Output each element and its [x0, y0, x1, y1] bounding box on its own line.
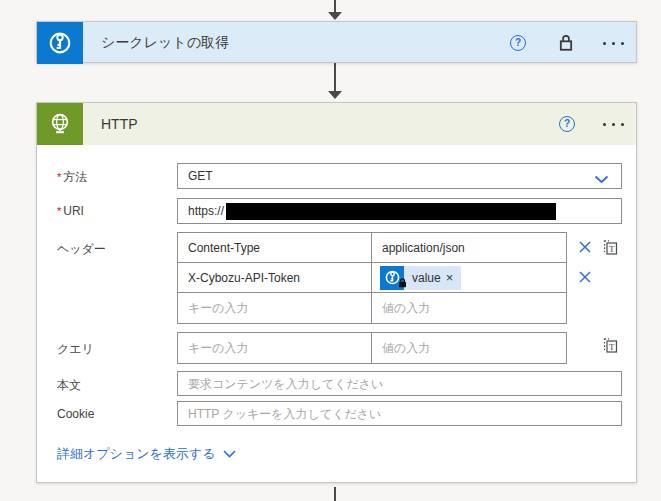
connector-arrowhead-top [328, 12, 342, 20]
connector-arrowhead-mid [328, 91, 342, 99]
header-row [178, 233, 566, 263]
header-key-input[interactable] [178, 293, 371, 323]
flow-designer-canvas: シークレットの取得 ? HTTP [0, 0, 661, 501]
connector-line-top [334, 0, 336, 12]
http-card-title: HTTP [101, 103, 138, 145]
method-field-label: *方法 [57, 169, 87, 186]
header-key-input[interactable] [178, 263, 371, 292]
header-row: value × [178, 263, 566, 293]
help-icon[interactable]: ? [510, 35, 526, 51]
ellipsis-menu-icon[interactable] [603, 42, 624, 45]
uri-value: https:// [188, 204, 224, 218]
header-key-cell [178, 293, 372, 323]
uri-input[interactable]: https:// [177, 198, 622, 224]
lock-icon [558, 34, 574, 56]
query-text-mode-icon[interactable]: T [602, 337, 618, 353]
query-table [177, 332, 567, 364]
header-key-input[interactable] [178, 233, 371, 262]
chevron-down-icon [594, 173, 609, 187]
headers-field-label: ヘッダー [57, 241, 106, 258]
redaction-bar [226, 203, 556, 220]
body-field-label: 本文 [57, 377, 81, 394]
header-value-input[interactable] [372, 293, 566, 323]
headers-table: value × [177, 232, 567, 324]
header-row-empty [178, 293, 566, 323]
action-card-get-secret[interactable]: シークレットの取得 ? [36, 21, 637, 63]
connector-line-mid [334, 63, 336, 91]
query-value-input[interactable] [372, 333, 566, 363]
body-input[interactable] [177, 371, 622, 396]
required-marker: * [57, 171, 61, 183]
secret-token-pill[interactable]: value × [380, 266, 461, 290]
secret-card-title: シークレットの取得 [101, 22, 229, 64]
delete-header-row-icon[interactable] [578, 240, 592, 254]
query-field-label: クエリ [57, 341, 94, 358]
action-card-http: HTTP ? *方法 GET *URI https:// ヘッダー [36, 102, 637, 483]
header-key-cell [178, 263, 372, 292]
headers-text-mode-icon[interactable]: T [602, 239, 618, 255]
chevron-down-icon [223, 450, 236, 458]
cookie-field-label: Cookie [57, 407, 94, 421]
uri-field-label: *URI [57, 204, 84, 218]
required-marker: * [57, 205, 61, 217]
key-vault-icon [37, 22, 83, 64]
header-value-cell [372, 293, 566, 323]
http-globe-icon [37, 103, 83, 145]
header-value-cell [372, 233, 566, 262]
svg-text:T: T [609, 244, 615, 254]
query-row-empty [178, 333, 566, 363]
header-value-cell: value × [372, 263, 566, 292]
key-vault-token-icon [380, 266, 404, 290]
method-dropdown[interactable]: GET [177, 163, 622, 189]
method-dropdown-value: GET [188, 169, 213, 183]
advanced-link-label: 詳細オプションを表示する [57, 445, 215, 463]
http-card-header[interactable]: HTTP ? [37, 103, 636, 145]
show-advanced-options-link[interactable]: 詳細オプションを表示する [57, 445, 236, 463]
delete-header-row-icon[interactable] [578, 270, 592, 284]
connector-line-bottom [334, 487, 336, 501]
token-pill-label: value [412, 271, 441, 285]
query-value-cell [372, 333, 566, 363]
secured-lock-icon [398, 274, 407, 292]
ellipsis-menu-icon[interactable] [603, 123, 624, 126]
query-key-input[interactable] [178, 333, 371, 363]
header-value-input[interactable] [372, 233, 566, 262]
cookie-input[interactable] [177, 401, 622, 426]
svg-text:T: T [609, 342, 615, 352]
header-key-cell [178, 233, 372, 262]
help-icon[interactable]: ? [559, 116, 575, 132]
query-key-cell [178, 333, 372, 363]
token-remove-icon[interactable]: × [446, 271, 454, 284]
